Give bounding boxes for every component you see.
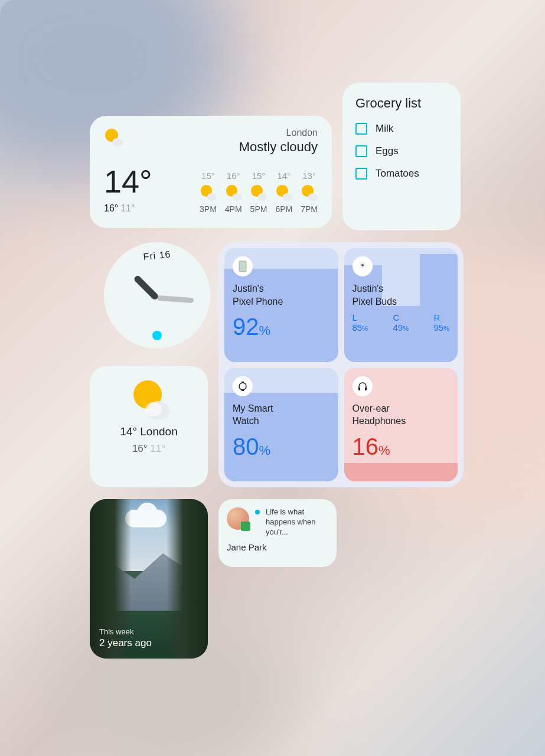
device-name: Justin's Pixel Buds — [353, 282, 450, 308]
svg-point-3 — [239, 383, 246, 390]
weather-hi-lo: 16° 11° — [100, 443, 197, 455]
grocery-title: Grocery list — [355, 96, 448, 111]
contact-widget[interactable]: Life is what happens when you'r... Jane … — [218, 499, 337, 567]
battery-percent: 92% — [233, 314, 330, 340]
checkbox-icon[interactable] — [355, 145, 367, 157]
device-name: Justin's Pixel Phone — [233, 282, 330, 308]
watch-icon — [233, 376, 253, 396]
grocery-item[interactable]: Milk — [355, 123, 448, 135]
weather-hourly: 15°3PM 16°4PM 15°5PM 14°6PM 13°7PM — [200, 171, 318, 214]
weather-condition: Mostly cloudy — [239, 139, 318, 155]
device-name: My Smart Watch — [233, 402, 330, 428]
battery-percent: 80% — [233, 434, 330, 460]
svg-rect-5 — [242, 389, 244, 391]
clock-hour-hand — [133, 275, 159, 301]
grocery-list-widget[interactable]: Grocery list Milk Eggs Tomatoes — [342, 83, 461, 230]
svg-rect-7 — [365, 387, 367, 390]
avatar — [227, 507, 249, 530]
headphones-icon — [353, 376, 373, 396]
clock-date: Fri 16 — [143, 249, 172, 263]
photo-memory-widget[interactable]: This week 2 years ago — [90, 499, 208, 659]
weather-icon — [130, 380, 168, 418]
svg-rect-4 — [242, 382, 244, 383]
grocery-item[interactable]: Eggs — [355, 145, 448, 157]
battery-card-phone[interactable]: Justin's Pixel Phone 92% — [224, 248, 338, 362]
weather-temp: 14° — [104, 163, 152, 200]
svg-point-2 — [361, 264, 364, 266]
device-name: Over-ear Headphones — [353, 402, 450, 428]
clock-widget[interactable]: Fri 16 — [104, 242, 210, 348]
weather-widget-small[interactable]: 14° London 16° 11° — [90, 366, 208, 487]
photo-caption: This week 2 years ago — [99, 627, 152, 649]
svg-rect-0 — [239, 261, 246, 272]
weather-icon — [104, 128, 123, 146]
checkbox-icon[interactable] — [355, 168, 367, 180]
weather-location: London — [239, 128, 318, 138]
buds-lcr: L85% C49% R95% — [353, 312, 450, 333]
clock-minute-hand — [157, 295, 194, 303]
contact-name: Jane Park — [227, 542, 328, 552]
battery-card-headphones[interactable]: Over-ear Headphones 16% — [344, 368, 458, 482]
battery-card-watch[interactable]: My Smart Watch 80% — [224, 368, 338, 482]
grocery-item[interactable]: Tomatoes — [355, 168, 448, 180]
weather-hi-lo: 16°11° — [104, 203, 152, 214]
checkbox-icon[interactable] — [355, 123, 367, 135]
svg-rect-6 — [358, 387, 360, 390]
earbuds-icon — [353, 256, 373, 276]
battery-widget[interactable]: Justin's Pixel Phone 92% Justin's Pixel … — [218, 242, 464, 487]
contact-message: Life is what happens when you'r... — [266, 507, 328, 537]
phone-icon — [233, 256, 253, 276]
clock-second-dot — [152, 331, 162, 340]
weather-widget-wide[interactable]: London Mostly cloudy 14° 16°11° 15°3PM 1… — [90, 116, 332, 228]
battery-percent: 16% — [353, 434, 450, 460]
status-dot-icon — [255, 510, 260, 514]
weather-temp-location: 14° London — [100, 425, 197, 438]
battery-card-buds[interactable]: Justin's Pixel Buds L85% C49% R95% — [344, 248, 458, 362]
